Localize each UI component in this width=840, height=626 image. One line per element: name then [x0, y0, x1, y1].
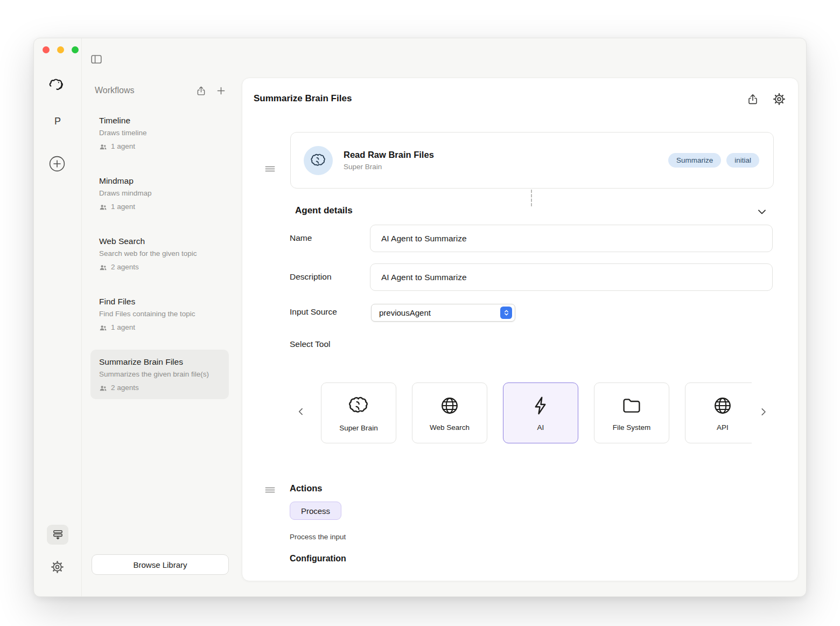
profile-avatar[interactable]: P [34, 116, 81, 127]
tool-card-super-brain[interactable]: Super Brain [321, 382, 396, 443]
summarize-badge: Summarize [668, 153, 721, 168]
tool-card-web-search[interactable]: Web Search [412, 382, 487, 443]
agents-icon [99, 263, 107, 272]
chevron-down-icon [755, 205, 768, 218]
globe-icon [439, 395, 460, 416]
bolt-icon [530, 395, 551, 416]
gear-icon [772, 92, 786, 106]
sidebar-item-mindmap[interactable]: Mindmap Draws mindmap 1 agent [90, 169, 229, 218]
workflows-nav-button[interactable] [47, 525, 68, 545]
tool-label: Super Brain [339, 424, 377, 432]
sidebar-item-web-search[interactable]: Web Search Search web for the given topi… [90, 229, 229, 279]
sidebar-item-summarize-brain-files[interactable]: Summarize Brain Files Summarizes the giv… [90, 350, 229, 399]
agents-icon [99, 324, 107, 332]
gear-icon [50, 560, 65, 574]
app-window: P Workflows Timeline Draws timeline [33, 38, 807, 597]
tool-label: AI [537, 423, 544, 432]
workflow-stack-icon [52, 528, 64, 541]
name-label: Name [290, 233, 312, 243]
chevron-left-icon [296, 406, 306, 417]
drag-handle-icon [264, 163, 276, 175]
workflow-item-agents: 1 agent [99, 323, 220, 332]
agent-count: 1 agent [111, 202, 135, 212]
share-icon [746, 93, 759, 106]
brain-icon [310, 152, 327, 169]
description-label: Description [290, 272, 332, 282]
tool-label: Web Search [430, 423, 470, 432]
actions-section-title: Actions [290, 483, 323, 493]
tool-card-file-system[interactable]: File System [594, 382, 669, 443]
workflow-item-agents: 2 agents [99, 383, 220, 393]
actions-drag-handle[interactable] [264, 484, 276, 496]
tool-carousel: Super Brain Web Search AI File System AP… [321, 382, 752, 445]
globe-icon [712, 395, 733, 416]
sidebar-header: Workflows [95, 84, 227, 98]
elephant-logo-icon[interactable] [48, 76, 66, 94]
add-workflow-button[interactable] [215, 85, 227, 96]
export-workflow-button[interactable] [195, 85, 207, 96]
workflow-item-name: Mindmap [99, 175, 220, 186]
agent-card-text: Read Raw Brain Files Super Brain [344, 150, 434, 171]
workflow-item-agents: 1 agent [99, 202, 220, 212]
workflow-item-name: Summarize Brain Files [99, 356, 220, 367]
agent-count: 1 agent [111, 142, 135, 151]
workflow-detail-panel: Summarize Brain Files Read Raw Brain Fil… [242, 78, 799, 581]
tool-card-api[interactable]: API [685, 382, 752, 443]
page-title: Summarize Brain Files [254, 93, 352, 104]
workflow-item-description: Search web for the given topic [99, 249, 220, 259]
tool-label: API [717, 423, 729, 432]
workflow-item-agents: 1 agent [99, 142, 220, 151]
workflow-item-agents: 2 agents [99, 262, 220, 272]
carousel-next-button[interactable] [758, 406, 769, 418]
tool-card-ai[interactable]: AI [503, 382, 578, 443]
workflow-settings-button[interactable] [772, 92, 786, 106]
agent-count: 1 agent [111, 323, 135, 332]
plus-icon [215, 85, 227, 96]
configuration-section-title: Configuration [290, 554, 346, 564]
agent-details-section-title: Agent details [295, 205, 353, 216]
tool-label: File System [613, 423, 651, 432]
agent-card-subtitle: Super Brain [344, 163, 434, 171]
app-rail: P [34, 38, 81, 596]
browse-library-button[interactable]: Browse Library [92, 554, 229, 575]
workflow-list: Timeline Draws timeline 1 agent Mindmap … [90, 108, 229, 410]
agents-icon [99, 143, 107, 151]
agent-node-card[interactable]: Read Raw Brain Files Super Brain Summari… [290, 132, 774, 189]
select-tool-label: Select Tool [290, 339, 331, 349]
select-stepper-icon [500, 307, 512, 319]
folder-icon [621, 395, 642, 416]
brain-icon [347, 394, 370, 417]
drag-handle-icon [264, 484, 276, 496]
agents-icon [99, 384, 107, 392]
share-workflow-button[interactable] [746, 93, 759, 106]
workflows-sidebar: Workflows Timeline Draws timeline 1 agen… [81, 38, 242, 596]
input-source-label: Input Source [290, 307, 337, 317]
agent-count: 2 agents [111, 383, 139, 393]
sidebar-title: Workflows [95, 86, 187, 95]
carousel-prev-button[interactable] [296, 406, 306, 417]
sidebar-item-find-files[interactable]: Find Files Find Files containing the top… [90, 289, 229, 339]
chevron-right-icon [758, 406, 769, 418]
node-connector-line [531, 190, 532, 206]
share-icon [195, 85, 207, 96]
workflow-item-description: Find Files containing the topic [99, 309, 220, 319]
sidebar-item-timeline[interactable]: Timeline Draws timeline 1 agent [90, 108, 229, 158]
collapse-details-button[interactable] [755, 205, 768, 218]
workflow-item-name: Web Search [99, 235, 220, 247]
process-action-chip[interactable]: Process [290, 502, 341, 520]
input-source-select[interactable]: previousAgent [371, 304, 515, 322]
agent-drag-handle[interactable] [264, 163, 276, 175]
input-source-value: previousAgent [379, 308, 500, 317]
agent-count: 2 agents [111, 262, 139, 272]
workflow-item-description: Summarizes the given brain file(s) [99, 370, 220, 379]
workflow-item-name: Find Files [99, 296, 220, 307]
agents-icon [99, 203, 107, 211]
agent-badges: Summarize initial [668, 153, 759, 168]
workflow-item-description: Draws timeline [99, 128, 220, 138]
name-input[interactable] [370, 225, 773, 252]
initial-badge: initial [726, 153, 759, 168]
description-input[interactable] [370, 263, 773, 291]
add-workspace-button[interactable] [48, 155, 66, 173]
settings-button[interactable] [50, 560, 65, 574]
workflow-item-name: Timeline [99, 115, 220, 126]
